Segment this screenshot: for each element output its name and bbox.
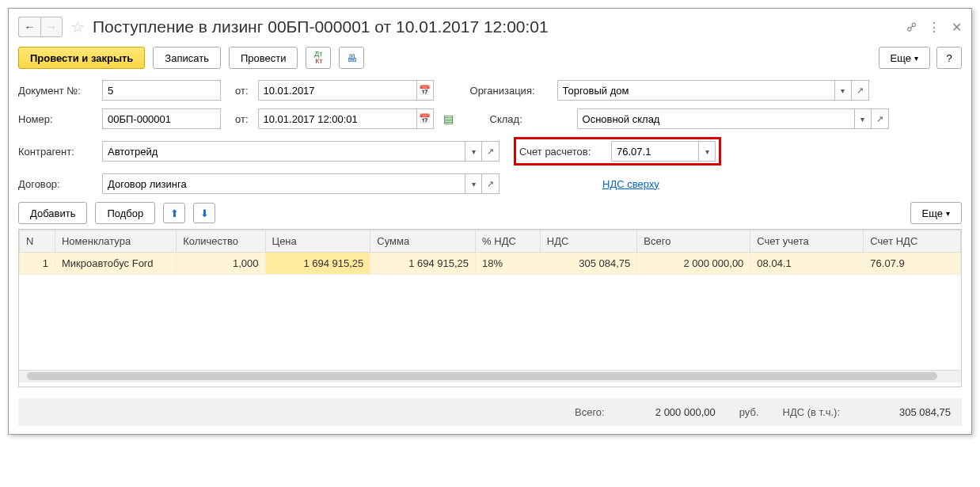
post-and-close-button[interactable]: Провести и закрыть bbox=[18, 47, 145, 69]
col-vat[interactable]: НДС bbox=[540, 230, 637, 253]
footer-vat-value: 305 084,75 bbox=[864, 406, 951, 418]
org-label: Организация: bbox=[470, 85, 557, 97]
col-price[interactable]: Цена bbox=[265, 230, 370, 253]
col-total[interactable]: Всего bbox=[637, 230, 750, 253]
horizontal-scrollbar[interactable] bbox=[19, 370, 961, 382]
col-sum[interactable]: Сумма bbox=[370, 230, 476, 253]
grid-container: N Номенклатура Количество Цена Сумма % Н… bbox=[18, 229, 962, 387]
from-label-1: от: bbox=[235, 85, 249, 97]
close-icon[interactable]: ✕ bbox=[952, 20, 962, 35]
number-label: Номер: bbox=[18, 113, 97, 125]
contract-dropdown-icon[interactable] bbox=[465, 173, 482, 194]
cell-vat-pct[interactable]: 18% bbox=[476, 253, 541, 275]
favorite-star-icon[interactable]: ☆ bbox=[70, 17, 85, 36]
datetime-input[interactable] bbox=[258, 108, 416, 129]
account-dropdown-icon[interactable] bbox=[698, 141, 716, 162]
cell-vat-account[interactable]: 76.07.9 bbox=[864, 253, 961, 275]
org-open-icon[interactable] bbox=[852, 80, 869, 101]
col-n[interactable]: N bbox=[20, 230, 55, 253]
contract-open-icon[interactable] bbox=[482, 173, 499, 194]
datetime-calendar-icon[interactable] bbox=[416, 108, 434, 129]
table-toolbar: Добавить Подбор ⬆ ⬇ Еще ▾ bbox=[18, 202, 962, 224]
totals-footer: Всего: 2 000 000,00 руб. НДС (в т.ч.): 3… bbox=[18, 398, 962, 426]
table-more-button[interactable]: Еще ▾ bbox=[910, 202, 962, 224]
col-qty[interactable]: Количество bbox=[177, 230, 265, 253]
warehouse-label: Склад: bbox=[490, 113, 577, 125]
move-down-button[interactable]: ⬇ bbox=[193, 203, 215, 223]
doc-num-label: Документ №: bbox=[18, 85, 97, 97]
cell-nomenclature[interactable]: Микроавтобус Ford bbox=[55, 253, 176, 275]
warehouse-open-icon[interactable] bbox=[872, 108, 889, 129]
warehouse-input[interactable] bbox=[577, 108, 854, 129]
counterparty-dropdown-icon[interactable] bbox=[465, 141, 482, 162]
move-up-button[interactable]: ⬆ bbox=[163, 203, 185, 223]
more-button[interactable]: Еще ▾ bbox=[879, 47, 930, 69]
printer-icon: 🖶 bbox=[347, 52, 357, 64]
doc-num-input[interactable] bbox=[102, 80, 221, 101]
vat-mode-link[interactable]: НДС сверху bbox=[602, 178, 659, 190]
date1-input[interactable] bbox=[258, 80, 416, 101]
dtkt-button[interactable]: ДтКт bbox=[306, 47, 331, 69]
status-green-icon[interactable]: ▤ bbox=[443, 112, 454, 125]
arrow-up-icon: ⬆ bbox=[170, 207, 179, 219]
org-input[interactable] bbox=[557, 80, 834, 101]
items-table[interactable]: N Номенклатура Количество Цена Сумма % Н… bbox=[19, 230, 961, 275]
contract-label: Договор: bbox=[18, 178, 97, 190]
nav-forward-button[interactable]: → bbox=[40, 17, 63, 37]
cell-vat[interactable]: 305 084,75 bbox=[540, 253, 637, 275]
main-toolbar: Провести и закрыть Записать Провести ДтК… bbox=[18, 47, 962, 69]
cell-account-record[interactable]: 08.04.1 bbox=[750, 253, 864, 275]
col-vat-pct[interactable]: % НДС bbox=[476, 230, 541, 253]
contract-input[interactable] bbox=[102, 173, 465, 194]
footer-total-label: Всего: bbox=[575, 406, 605, 418]
save-button[interactable]: Записать bbox=[153, 47, 221, 69]
cell-n[interactable]: 1 bbox=[20, 253, 55, 275]
help-button[interactable]: ? bbox=[936, 47, 962, 69]
col-nomenclature[interactable]: Номенклатура bbox=[55, 230, 176, 253]
titlebar: ← → ☆ Поступление в лизинг 00БП-000001 о… bbox=[18, 17, 962, 37]
window-title: Поступление в лизинг 00БП-000001 от 10.0… bbox=[93, 17, 902, 36]
nav-back-button[interactable]: ← bbox=[18, 17, 40, 37]
col-account-record[interactable]: Счет учета bbox=[750, 230, 864, 253]
date1-calendar-icon[interactable] bbox=[416, 80, 434, 101]
print-button[interactable]: 🖶 bbox=[339, 47, 364, 69]
table-row[interactable]: 1 Микроавтобус Ford 1,000 1 694 915,25 1… bbox=[20, 253, 961, 275]
from-label-2: от: bbox=[235, 113, 249, 125]
select-button[interactable]: Подбор bbox=[95, 202, 155, 224]
counterparty-input[interactable] bbox=[102, 141, 465, 162]
col-vat-account[interactable]: Счет НДС bbox=[864, 230, 961, 253]
cell-total[interactable]: 2 000 000,00 bbox=[637, 253, 750, 275]
scrollbar-thumb[interactable] bbox=[27, 372, 937, 380]
number-input[interactable] bbox=[102, 108, 221, 129]
org-dropdown-icon[interactable] bbox=[834, 80, 852, 101]
footer-total-value: 2 000 000,00 bbox=[629, 406, 716, 418]
footer-currency: руб. bbox=[739, 406, 759, 418]
footer-vat-label: НДС (в т.ч.): bbox=[783, 406, 841, 418]
link-icon[interactable]: ⚯ bbox=[906, 20, 917, 35]
kebab-menu-icon[interactable]: ⋮ bbox=[928, 20, 940, 35]
account-input[interactable] bbox=[611, 141, 698, 162]
warehouse-dropdown-icon[interactable] bbox=[854, 108, 872, 129]
post-button[interactable]: Провести bbox=[229, 47, 298, 69]
account-highlight-box: Счет расчетов: bbox=[514, 137, 721, 166]
counterparty-label: Контрагент: bbox=[18, 146, 97, 158]
cell-price[interactable]: 1 694 915,25 bbox=[265, 253, 370, 275]
counterparty-open-icon[interactable] bbox=[482, 141, 499, 162]
arrow-down-icon: ⬇ bbox=[200, 207, 209, 219]
add-row-button[interactable]: Добавить bbox=[18, 202, 87, 224]
cell-sum[interactable]: 1 694 915,25 bbox=[370, 253, 476, 275]
account-label: Счет расчетов: bbox=[519, 146, 611, 158]
cell-qty[interactable]: 1,000 bbox=[177, 253, 265, 275]
